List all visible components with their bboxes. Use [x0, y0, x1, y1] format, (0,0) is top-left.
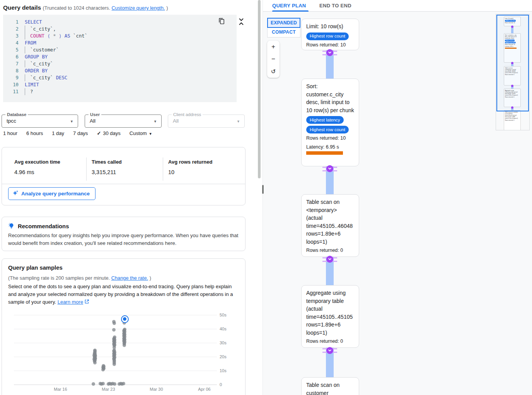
- active-tab-underline: [272, 10, 309, 12]
- copy-icon[interactable]: [218, 18, 225, 26]
- tab-query-plan[interactable]: QUERY PLAN: [272, 0, 306, 12]
- plan-node-table-scan-temporary[interactable]: Table scan on <temporary> (actual time=4…: [301, 194, 359, 257]
- range-custom[interactable]: Custom▼: [130, 130, 152, 136]
- divider: [163, 157, 163, 181]
- x-axis-tick: Apr 06: [198, 387, 210, 392]
- x-axis-tick: Mar 16: [54, 387, 67, 392]
- plan-node-sort[interactable]: Sort: customer.c_city desc, limit input …: [301, 79, 359, 166]
- client-address-select: Client address All ▼: [168, 115, 245, 128]
- badge-highest-row-count: Highest row count: [306, 32, 349, 40]
- sample-dot[interactable]: [102, 364, 105, 368]
- badge-highest-row-count: Highest row count: [306, 126, 349, 133]
- pane-splitter-handle[interactable]: [262, 185, 264, 194]
- chevron-down-icon: ▼: [237, 120, 240, 123]
- sample-dot[interactable]: [113, 382, 116, 386]
- range-1-hour[interactable]: 1 hour: [3, 130, 17, 136]
- sql-line: 9`c_city` DESC: [3, 74, 237, 81]
- client-address-label: Client address: [172, 112, 203, 117]
- minimap-viewport[interactable]: [496, 15, 529, 111]
- gridline: [14, 315, 217, 315]
- gridline: [14, 371, 217, 371]
- chevron-down-icon: ▼: [70, 120, 73, 123]
- lightbulb-icon: [8, 222, 15, 230]
- check-icon: ✓: [97, 130, 101, 136]
- compact-toggle-button[interactable]: COMPACT: [267, 27, 300, 38]
- database-label: Database: [5, 112, 28, 117]
- chevron-down-icon: ▼: [149, 132, 152, 136]
- chevron-down-icon: ▼: [153, 120, 157, 123]
- collapse-icon[interactable]: [238, 17, 245, 27]
- plan-minimap[interactable]: Limit: 10 row(s)Highest row countRows re…: [496, 14, 530, 130]
- sql-line: 8ORDER BY: [3, 67, 237, 74]
- divider: [86, 157, 87, 181]
- sample-dot[interactable]: [113, 363, 116, 366]
- query-plan-pane: QUERY PLAN END TO END EXPANDED COMPACT +…: [263, 0, 532, 395]
- query-details-title: Query details: [3, 4, 41, 11]
- plan-node-limit[interactable]: Limit: 10 row(s) Highest row count Rows …: [301, 19, 359, 50]
- y-axis-tick: 20s: [220, 354, 227, 359]
- learn-more-link[interactable]: Learn more: [58, 299, 83, 305]
- analyze-button-label: Analyze query performance: [21, 191, 90, 197]
- left-pane-scrollbar-thumb[interactable]: [258, 0, 261, 178]
- expanded-toggle-button[interactable]: EXPANDED: [267, 18, 300, 28]
- y-axis-tick: 30s: [220, 340, 227, 345]
- chevron-down-icon[interactable]: [326, 256, 333, 263]
- reset-zoom-icon[interactable]: ↺: [267, 65, 280, 78]
- stat-avg-execution-time: Avg execution time 4.96 ms: [14, 159, 60, 175]
- sql-code: 1SELECT2`c_city`,3COUNT ( * ) AS `cnt`4F…: [3, 19, 237, 95]
- sql-line: 1SELECT: [3, 19, 237, 26]
- zoom-out-button[interactable]: −: [267, 53, 280, 65]
- user-label: User: [89, 112, 101, 117]
- tab-end-to-end[interactable]: END TO END: [319, 0, 351, 12]
- zoom-in-button[interactable]: +: [267, 41, 280, 53]
- external-link-icon: [85, 299, 89, 305]
- sample-dot[interactable]: [92, 382, 95, 386]
- chevron-down-icon[interactable]: [326, 165, 333, 172]
- x-axis-tick: Mar 23: [102, 387, 115, 392]
- sql-line: 6GROUP BY: [3, 53, 237, 60]
- sql-code-block: 1SELECT2`c_city`,3COUNT ( * ) AS `cnt`4F…: [3, 15, 237, 102]
- user-select[interactable]: User All ▼: [85, 115, 162, 128]
- customize-query-length-link[interactable]: Customize query length.: [112, 5, 165, 11]
- range-1-day[interactable]: 1 day: [52, 130, 64, 136]
- sample-dot[interactable]: [123, 344, 126, 347]
- query-plan-samples-title: Query plan samples: [8, 265, 63, 271]
- analyze-query-performance-button[interactable]: Analyze query performance: [8, 187, 95, 200]
- plan-node-title: Limit: 10 row(s): [306, 22, 354, 31]
- sample-dot[interactable]: [93, 349, 97, 352]
- database-select[interactable]: Database tpcc ▼: [2, 115, 78, 128]
- change-the-rate-link[interactable]: Change the rate.: [111, 275, 148, 281]
- sample-dot[interactable]: [113, 321, 116, 325]
- selected-sample-dot[interactable]: [121, 315, 129, 323]
- rows-returned: Rows returned: 0: [306, 248, 354, 253]
- sparkle-icon: [12, 190, 19, 197]
- zoom-controls: + − ↺: [267, 41, 280, 78]
- samples-description: Select one of the dots to see a query pl…: [8, 283, 240, 306]
- query-stats-card: Avg execution time 4.96 ms Times called …: [2, 147, 246, 205]
- rows-returned: Rows returned: 10: [306, 42, 354, 48]
- plan-node-title: Table scan on <temporary> (actual time=4…: [306, 198, 354, 246]
- recommendations-title: Recommendations: [18, 223, 69, 229]
- page-title: Query details (Truncated to 1024 charact…: [3, 4, 168, 11]
- y-axis-tick: 0: [220, 382, 222, 387]
- y-axis-tick: 50s: [220, 313, 227, 317]
- query-details-pane: Query details (Truncated to 1024 charact…: [0, 0, 257, 395]
- sql-line: 5`customer`: [3, 46, 237, 53]
- recommendations-card: Recommendations Recommendations for quer…: [2, 217, 246, 251]
- plan-node-table-scan-customer[interactable]: Table scan on customer (cost=199100 rows…: [301, 377, 359, 395]
- plan-node-title: Table scan on customer (cost=199100 rows…: [306, 381, 354, 395]
- plan-node-title: Sort: customer.c_city desc, limit input …: [306, 82, 354, 114]
- chevron-down-icon[interactable]: [326, 347, 333, 354]
- range-6-hours[interactable]: 6 hours: [26, 130, 43, 136]
- chevron-down-icon[interactable]: [326, 49, 333, 56]
- sql-line: 7`c_city`: [3, 60, 237, 67]
- rows-returned: Rows returned: 10: [306, 135, 354, 141]
- latency-bar: [306, 151, 343, 155]
- range-30-days-selected[interactable]: ✓30 days: [97, 130, 120, 136]
- sample-dot[interactable]: [112, 328, 116, 332]
- plan-node-aggregate[interactable]: Aggregate using temporary table (actual …: [301, 285, 359, 348]
- sql-line: 3COUNT ( * ) AS `cnt`: [3, 32, 237, 39]
- range-7-days[interactable]: 7 days: [73, 130, 88, 136]
- plan-node-title: Aggregate using temporary table (actual …: [306, 289, 354, 337]
- stat-avg-rows-returned: Avg rows returned 10: [168, 159, 212, 175]
